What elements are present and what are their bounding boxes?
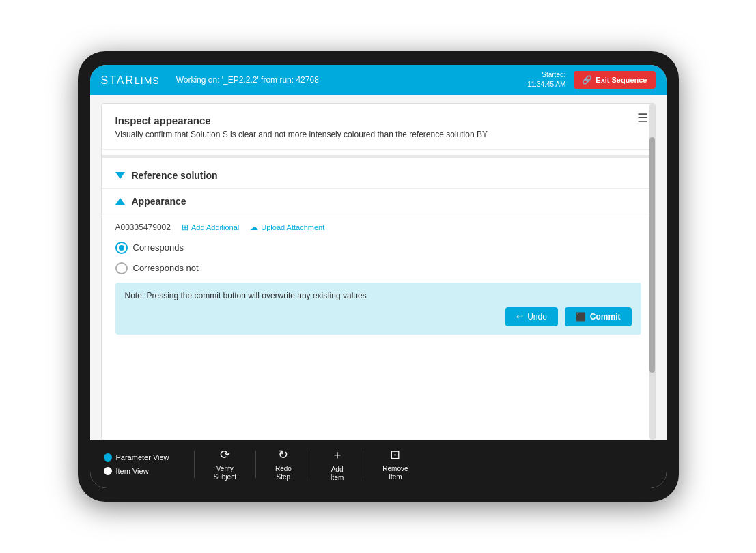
item-actions-row: A00335479002 ⊞ Add Additional ☁ Upload A… — [115, 223, 641, 232]
upload-label: Upload Attachment — [261, 223, 324, 231]
commit-button[interactable]: ⬛ Commit — [565, 307, 632, 326]
item-view-dot — [104, 467, 112, 475]
main-content: ☰ Inspect appearance Visually confirm th… — [90, 95, 667, 440]
reference-section-title: Reference solution — [132, 170, 218, 181]
parameter-view-label: Parameter View — [116, 453, 169, 462]
commit-icon: ⬛ — [576, 312, 586, 322]
corresponds-not-radio[interactable]: Corresponds not — [115, 262, 641, 274]
toolbar-divider-2 — [255, 451, 256, 478]
tablet-screen: STARLIMS Working on: '_EP2.2.2' from run… — [90, 65, 667, 488]
separator — [102, 155, 655, 158]
toolbar-divider-3 — [311, 451, 311, 478]
add-additional-label: Add Additional — [191, 223, 239, 231]
started-time: 11:34:45 AM — [527, 80, 565, 89]
undo-button[interactable]: ↩ Undo — [505, 307, 558, 326]
undo-label: Undo — [527, 312, 547, 322]
header-bar: STARLIMS Working on: '_EP2.2.2' from run… — [90, 65, 667, 95]
started-label: Started: — [527, 70, 565, 80]
parameter-view-option[interactable]: Parameter View — [104, 453, 169, 462]
redo-step-icon: ↻ — [278, 447, 288, 462]
reference-solution-section[interactable]: Reference solution — [102, 163, 655, 188]
verify-subject-label: VerifySubject — [214, 465, 236, 481]
add-item-button[interactable]: ＋ AddItem — [322, 446, 352, 482]
note-box: Note: Pressing the commit button will ov… — [115, 283, 641, 335]
upload-attachment-button[interactable]: ☁ Upload Attachment — [250, 223, 324, 232]
add-additional-button[interactable]: ⊞ Add Additional — [182, 223, 239, 232]
corresponds-label: Corresponds — [133, 242, 184, 253]
header-right: Started: 11:34:45 AM 🔗 Exit Sequence — [527, 70, 655, 89]
inspect-title: Inspect appearance — [115, 115, 641, 126]
working-on-label: Working on: '_EP2.2.2' from run: 42768 — [176, 75, 527, 85]
add-item-icon: ＋ — [331, 446, 344, 463]
remove-item-icon: ⊡ — [390, 447, 400, 462]
redo-step-button[interactable]: ↻ RedoStep — [267, 447, 300, 481]
inspect-header: Inspect appearance Visually confirm that… — [102, 104, 655, 150]
upload-icon: ☁ — [250, 223, 258, 232]
item-view-option[interactable]: Item View — [104, 467, 169, 475]
chevron-down-icon — [115, 172, 125, 179]
started-info: Started: 11:34:45 AM — [527, 70, 565, 89]
remove-item-button[interactable]: ⊡ RemoveItem — [374, 447, 416, 481]
scrollbar-thumb — [649, 137, 655, 372]
app-logo: STARLIMS — [101, 73, 160, 87]
exit-sequence-button[interactable]: 🔗 Exit Sequence — [574, 71, 655, 89]
add-item-label: AddItem — [331, 466, 344, 482]
exit-button-label: Exit Sequence — [596, 76, 647, 84]
appearance-content: A00335479002 ⊞ Add Additional ☁ Upload A… — [102, 214, 655, 348]
corresponds-radio-circle — [115, 242, 128, 254]
redo-step-label: RedoStep — [275, 465, 292, 481]
exit-icon: 🔗 — [582, 75, 592, 85]
corresponds-not-radio-circle — [115, 262, 128, 274]
appearance-section-title: Appearance — [132, 196, 186, 207]
chevron-up-icon — [115, 198, 125, 205]
tablet-device: STARLIMS Working on: '_EP2.2.2' from run… — [78, 51, 679, 502]
commit-label: Commit — [590, 312, 621, 322]
note-text: Note: Pressing the commit button will ov… — [125, 291, 632, 300]
scrollbar[interactable] — [649, 104, 655, 440]
corresponds-radio[interactable]: Corresponds — [115, 242, 641, 254]
toolbar-divider-1 — [194, 451, 195, 478]
verify-subject-icon: ⟳ — [220, 447, 230, 462]
bottom-toolbar: Parameter View Item View ⟳ VerifySubject… — [90, 440, 667, 488]
view-options: Parameter View Item View — [104, 453, 169, 475]
parameter-view-dot — [104, 453, 112, 462]
corresponds-not-label: Corresponds not — [133, 263, 199, 273]
undo-icon: ↩ — [516, 312, 523, 322]
inspect-subtitle: Visually confirm that Solution S is clea… — [115, 129, 641, 141]
verify-subject-button[interactable]: ⟳ VerifySubject — [206, 447, 244, 481]
action-buttons: ↩ Undo ⬛ Commit — [125, 307, 632, 326]
item-id: A00335479002 — [115, 223, 171, 232]
menu-icon[interactable]: ☰ — [637, 111, 648, 126]
item-view-label: Item View — [116, 467, 149, 475]
remove-item-label: RemoveItem — [382, 465, 408, 481]
content-panel: ☰ Inspect appearance Visually confirm th… — [101, 103, 656, 440]
add-icon: ⊞ — [182, 223, 188, 232]
toolbar-divider-4 — [363, 451, 363, 478]
appearance-section[interactable]: Appearance — [102, 189, 655, 214]
